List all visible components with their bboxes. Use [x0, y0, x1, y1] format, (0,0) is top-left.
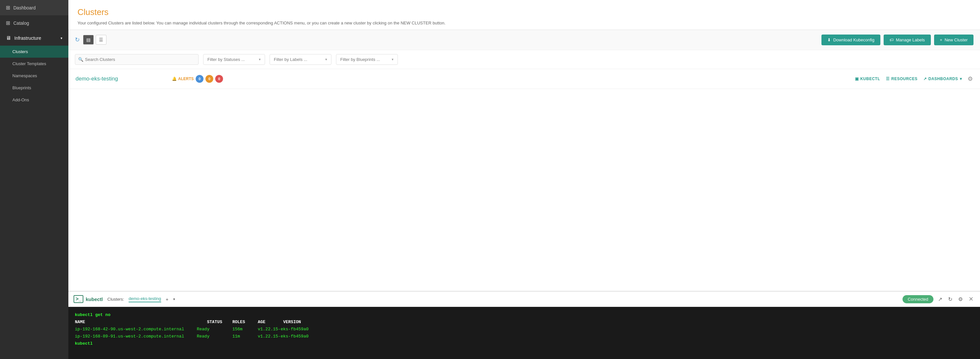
sidebar-item-label: Dashboard	[13, 5, 36, 10]
main-content: Clusters Your configured Clusters are li…	[68, 0, 980, 359]
alert-badge-red: 0	[215, 75, 223, 83]
terminal-command: kubectl get no	[75, 313, 110, 317]
search-icon: 🔍	[78, 57, 83, 62]
dashboards-button[interactable]: ↗ DASHBOARDS ▾	[923, 77, 962, 81]
cluster-tab-name: demo-eks-testing	[129, 296, 161, 301]
cluster-tab[interactable]: demo-eks-testing	[129, 296, 161, 302]
terminal[interactable]: kubectl get no NAME STATUS ROLES AGE VER…	[68, 307, 980, 359]
dashboard-icon: ⊞	[6, 5, 10, 11]
catalog-icon: ⊞	[6, 20, 10, 26]
kubectl-logo: >_ kubectl	[73, 295, 103, 303]
page-description: Your configured Clusters are listed belo…	[78, 20, 971, 26]
sidebar: ⊞ Dashboard ⊞ Catalog 🖥 Infrastructure ▾…	[0, 0, 68, 359]
chevron-down-icon: ▾	[392, 57, 394, 62]
alert-badge-orange: 0	[205, 75, 213, 83]
sidebar-item-infrastructure[interactable]: 🖥 Infrastructure ▾	[0, 30, 68, 46]
filter-labels[interactable]: Filter by Labels ... ▾	[270, 54, 331, 65]
alerts-label: 🔔 ALERTS	[172, 77, 194, 81]
sidebar-item-clusters[interactable]: Clusters	[0, 46, 68, 57]
terminal-row-2: ip-192-168-89-91.us-west-2.compute.inter…	[75, 333, 974, 340]
filters-row: 🔍 Filter by Statuses ... ▾ Filter by Lab…	[68, 50, 980, 69]
kubectl-button[interactable]: ▣ KUBECTL	[855, 77, 880, 81]
bell-icon: 🔔	[172, 77, 177, 81]
alerts-section: 🔔 ALERTS 0 0 0	[172, 75, 850, 83]
table-row: demo-eks-testing 🔔 ALERTS 0 0 0 ▣ KUBECT…	[68, 69, 980, 89]
terminal-row-1: ip-192-168-42-90.us-west-2.compute.inter…	[75, 326, 974, 333]
sidebar-subitem-label: Cluster Templates	[13, 61, 46, 66]
sidebar-subitem-label: Namespaces	[13, 73, 37, 78]
filter-labels-label: Filter by Labels ...	[274, 57, 307, 62]
new-cluster-button[interactable]: + New Cluster	[934, 35, 974, 45]
filter-blueprints[interactable]: Filter by Blueprints ... ▾	[336, 54, 398, 65]
chevron-down-icon: ▾	[960, 77, 962, 81]
connected-button[interactable]: Connected	[902, 295, 934, 303]
sidebar-subitem-label: Add-Ons	[13, 97, 29, 102]
add-tab-button[interactable]: +	[166, 297, 169, 302]
list-view-button[interactable]: ☰	[96, 35, 107, 45]
sidebar-subitem-label: Blueprints	[13, 85, 31, 90]
cluster-settings-button[interactable]: ⚙	[967, 75, 973, 82]
sidebar-submenu: Clusters Cluster Templates Namespaces Bl…	[0, 46, 68, 106]
filter-blueprints-label: Filter by Blueprints ...	[340, 57, 380, 62]
sidebar-item-namespaces[interactable]: Namespaces	[0, 70, 68, 82]
sidebar-item-label: Catalog	[13, 21, 29, 26]
download-kubeconfig-button[interactable]: ⬇ Download Kubeconfig	[821, 35, 880, 45]
alert-badge-blue: 0	[196, 75, 204, 83]
clusters-section: ↻ ▤ ☰ ⬇ Download Kubeconfig 🏷 Manage Lab…	[68, 30, 980, 291]
card-view-button[interactable]: ▤	[83, 35, 94, 45]
sidebar-item-catalog[interactable]: ⊞ Catalog	[0, 15, 68, 30]
sidebar-item-add-ons[interactable]: Add-Ons	[0, 94, 68, 106]
chevron-down-icon: ▾	[259, 57, 261, 62]
sidebar-item-label: Infrastructure	[14, 35, 41, 41]
toolbar-view-controls: ↻ ▤ ☰	[75, 35, 107, 45]
close-kubectl-button[interactable]: ✕	[967, 294, 975, 304]
filter-status-label: Filter by Statuses ...	[207, 57, 245, 62]
toolbar: ↻ ▤ ☰ ⬇ Download Kubeconfig 🏷 Manage Lab…	[68, 30, 980, 50]
kubectl-header: >_ kubectl Clusters: demo-eks-testing + …	[68, 292, 980, 307]
chevron-down-icon: ▾	[325, 57, 327, 62]
infrastructure-icon: 🖥	[6, 35, 11, 41]
terminal-icon: ▣	[855, 77, 859, 81]
chevron-down-icon: ▾	[60, 36, 62, 40]
plus-icon: +	[940, 37, 943, 42]
sidebar-item-blueprints[interactable]: Blueprints	[0, 82, 68, 94]
kubectl-panel: >_ kubectl Clusters: demo-eks-testing + …	[68, 291, 980, 359]
tab-dropdown-button[interactable]: ▾	[173, 297, 175, 302]
sidebar-subitem-label: Clusters	[13, 49, 28, 54]
search-input[interactable]	[75, 54, 199, 65]
terminal-prompt: kubectl	[75, 341, 93, 346]
kubectl-settings-button[interactable]: ⚙	[957, 295, 964, 304]
sidebar-item-cluster-templates[interactable]: Cluster Templates	[0, 57, 68, 70]
kubectl-label: kubectl	[86, 297, 103, 302]
terminal-icon: >_	[73, 295, 83, 303]
resources-button[interactable]: ☰ RESOURCES	[886, 77, 918, 81]
search-wrap: 🔍	[75, 54, 199, 65]
sidebar-item-dashboard[interactable]: ⊞ Dashboard	[0, 0, 68, 15]
manage-labels-button[interactable]: 🏷 Manage Labels	[884, 35, 931, 45]
refresh-kubectl-button[interactable]: ↻	[947, 295, 954, 304]
clusters-label: Clusters:	[107, 297, 124, 302]
download-icon: ⬇	[827, 37, 831, 42]
label-icon: 🏷	[889, 37, 894, 42]
resources-icon: ☰	[886, 77, 890, 81]
external-link-button[interactable]: ↗	[937, 295, 943, 304]
refresh-button[interactable]: ↻	[75, 35, 80, 45]
kubectl-controls: Connected ↗ ↻ ⚙ ✕	[902, 294, 975, 304]
filter-status[interactable]: Filter by Statuses ... ▾	[203, 54, 265, 65]
dashboard-icon: ↗	[923, 77, 927, 81]
page-title: Clusters	[78, 7, 971, 17]
cluster-actions: ▣ KUBECTL ☰ RESOURCES ↗ DASHBOARDS ▾ ⚙	[855, 75, 973, 82]
cluster-name[interactable]: demo-eks-testing	[76, 76, 167, 82]
terminal-header: NAME STATUS ROLES AGE VERSION	[75, 319, 974, 326]
page-header: Clusters Your configured Clusters are li…	[68, 0, 980, 30]
